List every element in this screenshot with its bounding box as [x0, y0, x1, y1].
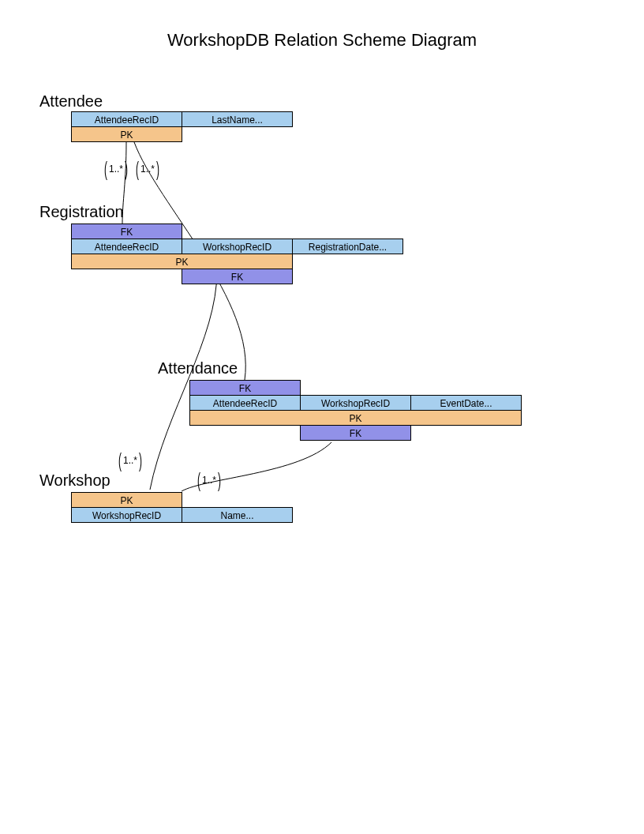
- attendance-pk: PK: [189, 410, 522, 426]
- workshop-col-name: Name...: [182, 507, 293, 523]
- cardinality-attendee-registration: (1..*): [104, 163, 128, 175]
- attendee-col-lastname: LastName...: [182, 111, 293, 127]
- attendee-col-attendeerecid: AttendeeRecID: [71, 111, 182, 127]
- registration-fk-bottom: FK: [182, 269, 293, 284]
- attendee-pk: PK: [71, 126, 182, 142]
- attendance-col-workshoprecid: WorkshopRecID: [300, 395, 411, 411]
- workshop-label: Workshop: [39, 471, 110, 490]
- attendance-fk-bottom: FK: [300, 425, 411, 441]
- attendee-label: Attendee: [39, 92, 103, 111]
- attendance-fk-top: FK: [189, 380, 301, 396]
- workshop-col-workshoprecid: WorkshopRecID: [71, 507, 182, 523]
- registration-col-registrationdate: RegistrationDate...: [292, 239, 403, 254]
- cardinality-workshop-registration: (1..*): [118, 454, 142, 466]
- attendance-col-attendeerecid: AttendeeRecID: [189, 395, 301, 411]
- attendance-label: Attendance: [158, 359, 238, 378]
- registration-fk-top: FK: [71, 224, 182, 239]
- registration-col-workshoprecid: WorkshopRecID: [182, 239, 293, 254]
- registration-label: Registration: [39, 203, 124, 221]
- diagram-title: WorkshopDB Relation Scheme Diagram: [0, 30, 644, 51]
- registration-pk: PK: [71, 254, 293, 269]
- cardinality-attendee-attendance: (1..*): [136, 163, 159, 175]
- workshop-pk: PK: [71, 492, 182, 508]
- attendance-col-eventdate: EventDate...: [410, 395, 522, 411]
- cardinality-workshop-attendance: (1..*): [197, 474, 221, 486]
- registration-col-attendeerecid: AttendeeRecID: [71, 239, 182, 254]
